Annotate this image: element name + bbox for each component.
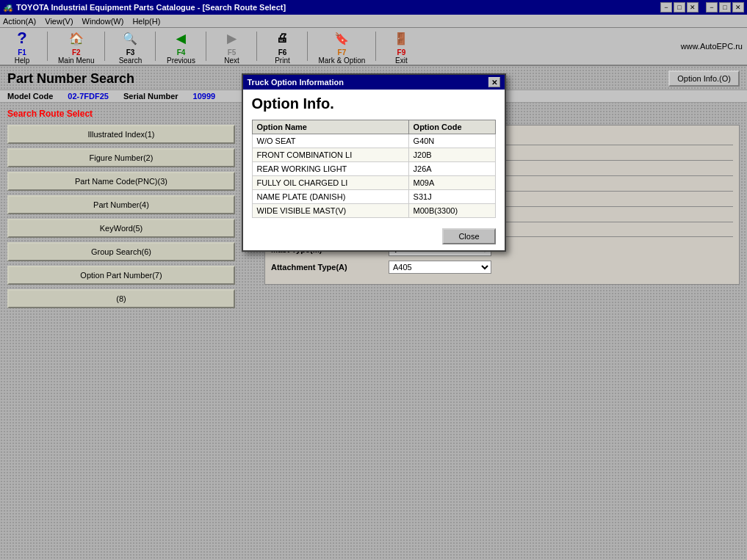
modal-close-button[interactable]: Close xyxy=(442,228,495,244)
option-code-cell: J26A xyxy=(408,162,495,176)
option-name-cell: FRONT COMBINATION LI xyxy=(252,148,408,162)
col-option-name: Option Name xyxy=(252,120,408,134)
option-name-cell: WIDE VISIBLE MAST(V) xyxy=(252,204,408,218)
option-code-cell: M00B(3300) xyxy=(408,204,495,218)
modal-body: Option Info. Option Name Option Code W/O… xyxy=(243,90,505,224)
option-name-cell: FULLY OIL CHARGED LI xyxy=(252,176,408,190)
modal-overlay: Truck Option Information ✕ Option Info. … xyxy=(0,0,747,560)
modal-footer: Close xyxy=(243,224,505,250)
option-code-cell: M09A xyxy=(408,176,495,190)
option-name-cell: REAR WORKING LIGHT xyxy=(252,162,408,176)
option-table-row: W/O SEATG40N xyxy=(252,134,495,148)
option-table-row: FRONT COMBINATION LIJ20B xyxy=(252,148,495,162)
option-code-cell: S31J xyxy=(408,190,495,204)
option-name-cell: W/O SEAT xyxy=(252,134,408,148)
option-table-row: NAME PLATE (DANISH)S31J xyxy=(252,190,495,204)
truck-option-modal: Truck Option Information ✕ Option Info. … xyxy=(242,73,506,252)
modal-heading: Option Info. xyxy=(252,95,496,112)
modal-title: Truck Option Information xyxy=(248,78,344,87)
option-table-row: REAR WORKING LIGHTJ26A xyxy=(252,162,495,176)
option-name-cell: NAME PLATE (DANISH) xyxy=(252,190,408,204)
option-table: Option Name Option Code W/O SEATG40NFRON… xyxy=(252,120,496,218)
modal-titlebar: Truck Option Information ✕ xyxy=(243,75,505,90)
modal-close-x-button[interactable]: ✕ xyxy=(488,77,500,87)
option-table-row: WIDE VISIBLE MAST(V)M00B(3300) xyxy=(252,204,495,218)
option-code-cell: G40N xyxy=(408,134,495,148)
option-code-cell: J20B xyxy=(408,148,495,162)
col-option-code: Option Code xyxy=(408,120,495,134)
option-table-row: FULLY OIL CHARGED LIM09A xyxy=(252,176,495,190)
